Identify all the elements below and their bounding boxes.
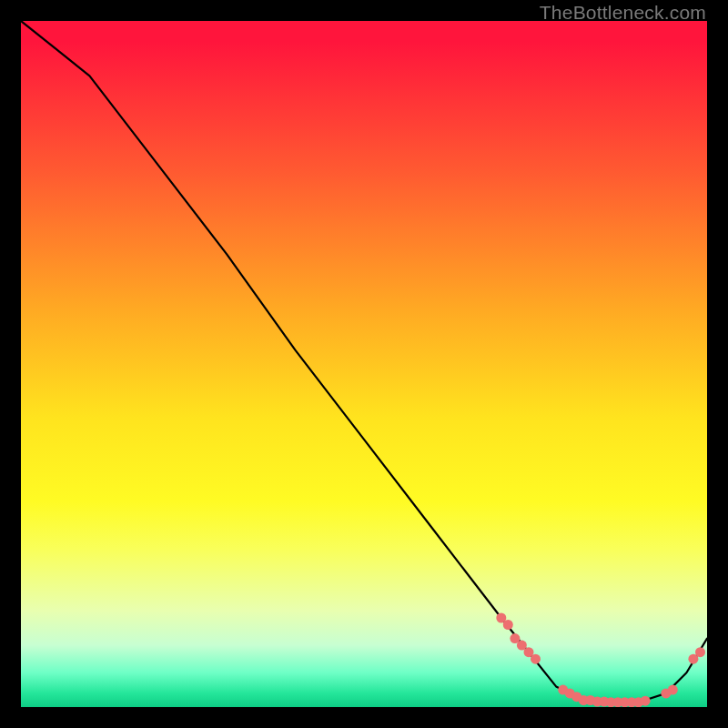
- highlight-dots: [496, 613, 705, 708]
- highlight-dot: [668, 685, 678, 695]
- highlight-dot: [695, 647, 705, 657]
- highlight-dot: [503, 620, 513, 630]
- chart-svg: [21, 21, 707, 707]
- curve-layer: [21, 21, 707, 703]
- bottleneck-curve: [21, 21, 707, 703]
- plot-area: [21, 21, 707, 707]
- highlight-dot: [531, 654, 541, 664]
- highlight-dot: [641, 696, 651, 706]
- chart-stage: TheBottleneck.com: [0, 0, 728, 728]
